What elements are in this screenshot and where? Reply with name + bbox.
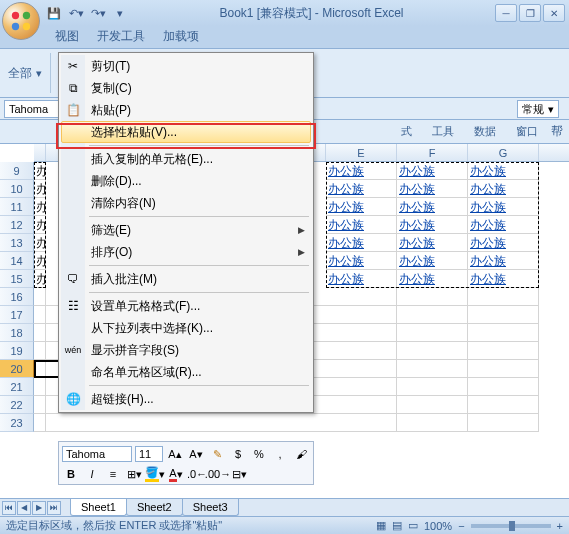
- cell[interactable]: 办公族: [326, 234, 397, 252]
- mini-border[interactable]: ⊞▾: [125, 465, 143, 483]
- hyperlink-cell[interactable]: 办公族: [328, 218, 364, 232]
- ribbon-help[interactable]: 帮: [551, 123, 563, 140]
- mini-font-select[interactable]: Tahoma: [62, 446, 132, 462]
- hyperlink-cell[interactable]: 办公族: [399, 236, 435, 250]
- menu-copy[interactable]: ⧉复制(C): [61, 77, 311, 99]
- mini-percent[interactable]: %: [250, 445, 268, 463]
- mini-paintbrush[interactable]: 🖌: [292, 445, 310, 463]
- hyperlink-cell[interactable]: 办公族: [399, 200, 435, 214]
- sheet-tab[interactable]: Sheet3: [182, 499, 239, 516]
- expand-icon[interactable]: ▾: [36, 67, 42, 80]
- cell[interactable]: 办: [34, 180, 46, 198]
- cell[interactable]: 办: [34, 234, 46, 252]
- hyperlink-cell[interactable]: 办公族: [399, 272, 435, 286]
- ribbon-group-window[interactable]: 窗口: [509, 121, 545, 142]
- menu-sort[interactable]: 排序(O)▶: [61, 241, 311, 263]
- mini-fill-color[interactable]: 🪣▾: [146, 465, 164, 483]
- menu-insert-comment[interactable]: 🗨插入批注(M): [61, 268, 311, 290]
- office-button[interactable]: [2, 2, 40, 40]
- view-layout-icon[interactable]: ▤: [392, 519, 402, 532]
- qat-more-icon[interactable]: ▾: [112, 5, 128, 21]
- zoom-in-button[interactable]: +: [557, 520, 563, 532]
- row-header[interactable]: 19: [0, 342, 34, 360]
- cell[interactable]: [468, 378, 539, 396]
- mini-bold[interactable]: B: [62, 465, 80, 483]
- mini-size-select[interactable]: 11: [135, 446, 163, 462]
- row-header[interactable]: 20: [0, 360, 34, 378]
- cell[interactable]: 办公族: [326, 180, 397, 198]
- cell[interactable]: 办公族: [468, 180, 539, 198]
- row-header[interactable]: 9: [0, 162, 34, 180]
- sheet-tab[interactable]: Sheet2: [126, 499, 183, 516]
- zoom-out-button[interactable]: −: [458, 520, 464, 532]
- minimize-button[interactable]: ─: [495, 4, 517, 22]
- menu-insert-copied[interactable]: 插入复制的单元格(E)...: [61, 148, 311, 170]
- col-header[interactable]: F: [397, 144, 468, 161]
- col-header[interactable]: E: [326, 144, 397, 161]
- cell[interactable]: [34, 288, 46, 306]
- mini-italic[interactable]: I: [83, 465, 101, 483]
- cell[interactable]: 办公族: [468, 252, 539, 270]
- menu-paste-special[interactable]: 选择性粘贴(V)...: [61, 121, 311, 143]
- mini-merge[interactable]: ⊟▾: [230, 465, 248, 483]
- ribbon-group-data[interactable]: 数据: [467, 121, 503, 142]
- hyperlink-cell[interactable]: 办公族: [470, 272, 506, 286]
- cell[interactable]: [397, 324, 468, 342]
- hyperlink-cell[interactable]: 办公族: [328, 236, 364, 250]
- row-header[interactable]: 14: [0, 252, 34, 270]
- row-header[interactable]: 22: [0, 396, 34, 414]
- menu-clear[interactable]: 清除内容(N): [61, 192, 311, 214]
- mini-comma[interactable]: ,: [271, 445, 289, 463]
- hyperlink-cell[interactable]: 办公族: [470, 164, 506, 178]
- row-header[interactable]: 17: [0, 306, 34, 324]
- menu-pick-list[interactable]: 从下拉列表中选择(K)...: [61, 317, 311, 339]
- hyperlink-cell[interactable]: 办公族: [328, 164, 364, 178]
- menu-phonetic[interactable]: wén显示拼音字段(S): [61, 339, 311, 361]
- tab-view[interactable]: 视图: [46, 24, 88, 48]
- cell[interactable]: [326, 360, 397, 378]
- hyperlink-cell[interactable]: 办公族: [470, 200, 506, 214]
- cell[interactable]: [326, 396, 397, 414]
- menu-hyperlink[interactable]: 🌐超链接(H)...: [61, 388, 311, 410]
- cell[interactable]: [468, 288, 539, 306]
- cell[interactable]: 办公族: [468, 234, 539, 252]
- cell[interactable]: [397, 288, 468, 306]
- cell[interactable]: 办: [34, 162, 46, 180]
- row-header[interactable]: 11: [0, 198, 34, 216]
- tab-developer[interactable]: 开发工具: [88, 24, 154, 48]
- hyperlink-cell[interactable]: 办公族: [399, 182, 435, 196]
- cell[interactable]: [34, 324, 46, 342]
- zoom-value[interactable]: 100%: [424, 520, 452, 532]
- menu-paste[interactable]: 📋粘贴(P): [61, 99, 311, 121]
- row-header[interactable]: 18: [0, 324, 34, 342]
- sheet-nav-prev[interactable]: ◀: [17, 501, 31, 515]
- tab-addins[interactable]: 加载项: [154, 24, 208, 48]
- cell[interactable]: 办公族: [326, 270, 397, 288]
- number-format-select[interactable]: 常规 ▾: [517, 100, 559, 118]
- cell[interactable]: [326, 306, 397, 324]
- row-header[interactable]: 21: [0, 378, 34, 396]
- cell[interactable]: 办公族: [397, 252, 468, 270]
- cell[interactable]: 办公族: [468, 198, 539, 216]
- cell[interactable]: 办公族: [326, 162, 397, 180]
- cell[interactable]: 办公族: [326, 216, 397, 234]
- cell[interactable]: [468, 306, 539, 324]
- cell[interactable]: [34, 342, 46, 360]
- menu-cut[interactable]: ✂剪切(T): [61, 55, 311, 77]
- cell[interactable]: [34, 396, 46, 414]
- ribbon-group-tools[interactable]: 工具: [425, 121, 461, 142]
- view-normal-icon[interactable]: ▦: [376, 519, 386, 532]
- view-pagebreak-icon[interactable]: ▭: [408, 519, 418, 532]
- mini-align[interactable]: ≡: [104, 465, 122, 483]
- mini-inc-decimal[interactable]: .00→: [209, 465, 227, 483]
- menu-delete[interactable]: 删除(D)...: [61, 170, 311, 192]
- cell[interactable]: [468, 396, 539, 414]
- cell[interactable]: [326, 414, 397, 432]
- sheet-nav-last[interactable]: ⏭: [47, 501, 61, 515]
- ribbon-group-fx[interactable]: 式: [394, 121, 419, 142]
- mini-dec-decimal[interactable]: .0←: [188, 465, 206, 483]
- undo-icon[interactable]: ↶▾: [68, 5, 84, 21]
- hyperlink-cell[interactable]: 办公族: [328, 200, 364, 214]
- sheet-nav-next[interactable]: ▶: [32, 501, 46, 515]
- hyperlink-cell[interactable]: 办公族: [399, 254, 435, 268]
